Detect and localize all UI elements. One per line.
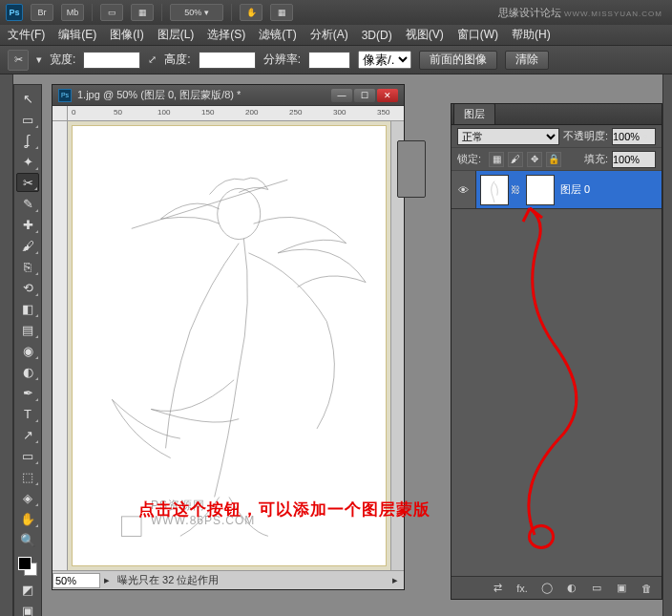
layer-name[interactable]: 图层 0: [560, 182, 590, 197]
link-layers-icon[interactable]: ⇄: [490, 581, 505, 596]
type-tool[interactable]: T: [16, 404, 39, 423]
lock-transparent-icon[interactable]: ▦: [489, 152, 504, 167]
opacity-label: 不透明度:: [563, 129, 608, 143]
zoom-dropdown[interactable]: 50% ▾: [170, 4, 223, 21]
layers-tab[interactable]: 图层: [453, 103, 495, 124]
lock-all-icon[interactable]: 🔒: [546, 152, 561, 167]
adjustment-layer-icon[interactable]: ◐: [564, 581, 579, 596]
blend-opacity-row: 正常 不透明度: ▾: [452, 125, 662, 148]
maximize-button[interactable]: ☐: [354, 89, 375, 102]
screen-mode2-button[interactable]: ▦: [131, 4, 154, 21]
current-tool-crop-icon[interactable]: ✂: [8, 50, 29, 71]
pen-tool[interactable]: ✒: [16, 383, 39, 402]
screen-mode-button[interactable]: ▭: [100, 4, 123, 21]
layer-list[interactable]: 👁 ⛓ 图层 0: [452, 171, 662, 576]
fill-input[interactable]: [613, 154, 643, 165]
mask-link-icon[interactable]: ⛓: [511, 184, 520, 195]
blur-tool[interactable]: ◉: [16, 341, 39, 360]
arrange-button[interactable]: ▦: [270, 4, 293, 21]
color-swatches[interactable]: [16, 555, 39, 578]
height-input[interactable]: [199, 52, 256, 69]
ruler-vertical[interactable]: [52, 121, 68, 570]
eyedropper-tool[interactable]: ✎: [16, 194, 39, 213]
lock-position-icon[interactable]: ✥: [527, 152, 542, 167]
main-menubar: 文件(F) 编辑(E) 图像(I) 图层(L) 选择(S) 滤镜(T) 分析(A…: [0, 25, 672, 46]
svg-point-0: [218, 188, 261, 239]
document-statusbar: ▸ 曝光只在 32 位起作用 ▸: [52, 570, 404, 589]
annotation-circle: [528, 524, 555, 549]
front-image-button[interactable]: 前面的图像: [419, 51, 497, 70]
layer-item-0[interactable]: 👁 ⛓ 图层 0: [452, 171, 662, 209]
blend-mode-select[interactable]: 正常: [457, 128, 559, 145]
clear-button[interactable]: 清除: [505, 51, 549, 70]
gradient-tool[interactable]: ▤: [16, 320, 39, 339]
menu-analysis[interactable]: 分析(A): [310, 27, 348, 43]
screenmode-toggle[interactable]: ▣: [16, 601, 39, 616]
minimize-button[interactable]: —: [331, 89, 352, 102]
minibridge-button[interactable]: Mb: [61, 4, 84, 21]
zoom-level-input[interactable]: [52, 573, 100, 588]
3d-tool[interactable]: ⬚: [16, 467, 39, 486]
menu-image[interactable]: 图像(I): [110, 27, 143, 43]
resolution-input[interactable]: [308, 52, 350, 69]
layers-panel-footer: ⇄ fx. ◯ ◐ ▭ ▣ 🗑: [452, 576, 662, 599]
lock-label: 锁定:: [457, 152, 481, 166]
layers-panel: 图层 正常 不透明度: ▾ 锁定: ▦ 🖌 ✥ 🔒 填充: ▾ 👁: [451, 103, 662, 600]
close-button[interactable]: ✕: [377, 89, 398, 102]
quickmask-toggle[interactable]: ◩: [16, 580, 39, 599]
width-input[interactable]: [83, 52, 140, 69]
hand-tool[interactable]: ✋: [16, 509, 39, 528]
marquee-tool[interactable]: ▭: [16, 110, 39, 129]
shape-tool[interactable]: ▭: [16, 446, 39, 465]
stamp-tool[interactable]: ⎘: [16, 257, 39, 276]
heal-tool[interactable]: ✚: [16, 215, 39, 234]
menu-edit[interactable]: 编辑(E): [58, 27, 96, 43]
menu-select[interactable]: 选择(S): [207, 27, 245, 43]
doc-ps-icon: Ps: [58, 89, 72, 102]
path-select-tool[interactable]: ↗: [16, 425, 39, 444]
document-title-text: 1.jpg @ 50% (图层 0, 图层蒙版/8) *: [77, 88, 326, 102]
ruler-corner: [52, 106, 68, 121]
menu-3d[interactable]: 3D(D): [362, 29, 392, 42]
menu-help[interactable]: 帮助(H): [512, 27, 551, 43]
document-titlebar[interactable]: Ps 1.jpg @ 50% (图层 0, 图层蒙版/8) * — ☐ ✕: [52, 85, 404, 106]
menu-file[interactable]: 文件(F): [8, 27, 45, 43]
menu-filter[interactable]: 滤镜(T): [259, 27, 296, 43]
fill-label: 填充:: [584, 152, 608, 166]
menu-layer[interactable]: 图层(L): [158, 27, 195, 43]
layer-mask-thumbnail[interactable]: [526, 175, 555, 205]
toolbox: ↖ ▭ ʆ ✦ ✂ ✎ ✚ 🖌 ⎘ ⟲ ◧ ▤ ◉ ◐ ✒ T ↗ ▭ ⬚ ◈ …: [13, 84, 42, 616]
dodge-tool[interactable]: ◐: [16, 362, 39, 381]
lock-pixels-icon[interactable]: 🖌: [508, 152, 523, 167]
history-brush-tool[interactable]: ⟲: [16, 278, 39, 297]
height-label: 高度:: [164, 52, 190, 68]
crop-tool[interactable]: ✂: [16, 173, 39, 192]
layer-thumbnail[interactable]: [480, 175, 509, 205]
panel-tabs: 图层: [452, 104, 662, 125]
visibility-toggle[interactable]: 👁: [452, 171, 476, 208]
lasso-tool[interactable]: ʆ: [16, 131, 39, 150]
wand-tool[interactable]: ✦: [16, 152, 39, 171]
bridge-button[interactable]: Br: [31, 4, 53, 21]
new-layer-icon[interactable]: ▣: [614, 581, 629, 596]
opacity-input[interactable]: [613, 131, 643, 142]
eraser-tool[interactable]: ◧: [16, 299, 39, 318]
3d-camera-tool[interactable]: ◈: [16, 488, 39, 507]
fx-icon[interactable]: fx.: [514, 581, 530, 596]
menu-view[interactable]: 视图(V): [406, 27, 444, 43]
ruler-horizontal[interactable]: 0 50 100 150 200 250 300 350: [68, 106, 404, 121]
add-mask-icon[interactable]: ◯: [539, 581, 555, 596]
hand-button[interactable]: ✋: [240, 4, 262, 21]
resolution-unit-select[interactable]: 像素/...: [358, 51, 411, 69]
zoom-tool[interactable]: 🔍: [16, 530, 39, 549]
ps-logo: Ps: [6, 4, 23, 21]
left-dock-strip: [0, 74, 13, 616]
delete-layer-icon[interactable]: 🗑: [639, 581, 654, 596]
new-group-icon[interactable]: ▭: [589, 581, 604, 596]
menu-window[interactable]: 窗口(W): [457, 27, 498, 43]
lock-fill-row: 锁定: ▦ 🖌 ✥ 🔒 填充: ▾: [452, 148, 662, 171]
swap-icon[interactable]: ⤢: [148, 53, 157, 66]
annotation-text: 点击这个按钮，可以添加一个图层蒙版: [138, 499, 430, 520]
move-tool[interactable]: ↖: [16, 89, 39, 108]
brush-tool[interactable]: 🖌: [16, 236, 39, 255]
